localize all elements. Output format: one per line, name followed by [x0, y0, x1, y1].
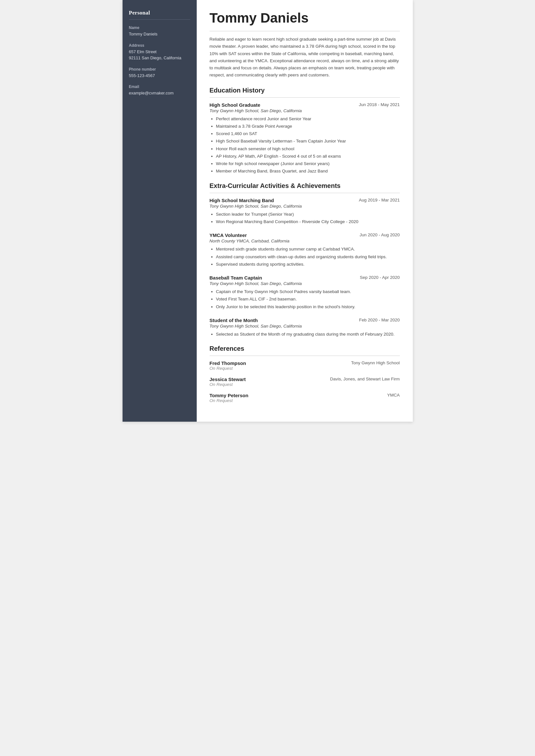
candidate-name: Tommy Daniels — [210, 10, 400, 26]
extracurricular-entry-2-bullets: Captain of the Tony Gwynn High School Pa… — [210, 288, 400, 310]
sidebar-title: Personal — [129, 10, 190, 16]
reference-1-org: Davis, Jones, and Stewart Law Firm — [330, 377, 400, 381]
sidebar-email-section: Email example@cvmaker.com — [129, 85, 190, 96]
resume-wrapper: Personal Name Tommy Daniels Address 657 … — [123, 0, 413, 422]
reference-2-name: Tommy Peterson — [210, 393, 249, 398]
reference-1-sub: On Request — [210, 382, 400, 387]
reference-0-header: Fred Thompson Tony Gwynn High School — [210, 361, 400, 366]
bullet-item: AP History, AP Math, AP English - Scored… — [216, 153, 400, 160]
bullet-item: Perfect attendance record Junior and Sen… — [216, 116, 400, 122]
extracurricular-entry-3-bullets: Selected as Student of the Month of my g… — [210, 331, 400, 338]
bullet-item: Section leader for Trumpet (Senior Year) — [216, 211, 400, 218]
extracurricular-entry-0-bullets: Section leader for Trumpet (Senior Year)… — [210, 211, 400, 226]
sidebar-address-line2: 92111 San Diego, California — [129, 55, 190, 61]
sidebar-phone-section: Phone number 555-123-4567 — [129, 67, 190, 79]
bullet-item: Assisted camp counselors with clean-up d… — [216, 254, 400, 260]
education-entry-0-header: High School Graduate Jun 2018 - May 2021 — [210, 102, 400, 108]
references-divider — [210, 356, 400, 356]
reference-2: Tommy Peterson YMCA On Request — [210, 393, 400, 403]
summary: Reliable and eager to learn recent high … — [210, 36, 400, 79]
sidebar-address-line1: 657 Elm Street — [129, 49, 190, 55]
extracurricular-entry-2: Baseball Team Captain Sep 2020 - Apr 202… — [210, 275, 400, 310]
education-divider — [210, 97, 400, 98]
extracurricular-entry-2-subtitle: Tony Gwynn High School, San Diego, Calif… — [210, 281, 400, 286]
extracurricular-entry-1-title: YMCA Volunteer — [210, 232, 247, 238]
bullet-item: Mentored sixth grade students during sum… — [216, 246, 400, 253]
extracurricular-entry-3-date: Feb 2020 - Mar 2020 — [359, 317, 400, 322]
extracurricular-entry-3-subtitle: Tony Gwynn High School, San Diego, Calif… — [210, 324, 400, 329]
reference-2-header: Tommy Peterson YMCA — [210, 393, 400, 398]
bullet-item: Member of Marching Band, Brass Quartet, … — [216, 168, 400, 175]
extracurricular-entry-1-subtitle: North County YMCA, Carlsbad, California — [210, 239, 400, 243]
main-content: Tommy Daniels Reliable and eager to lear… — [197, 0, 413, 422]
extracurricular-entry-0-subtitle: Tony Gwynn High School, San Diego, Calif… — [210, 204, 400, 208]
education-section: Education History High School Graduate J… — [210, 87, 400, 175]
reference-0-sub: On Request — [210, 366, 400, 371]
references-title: References — [210, 345, 400, 352]
sidebar-address-label: Address — [129, 43, 190, 48]
education-title: Education History — [210, 87, 400, 94]
bullet-item: Scored 1,460 on SAT — [216, 130, 400, 137]
bullet-item: Supervised students during sporting acti… — [216, 261, 400, 268]
sidebar-email-value: example@cvmaker.com — [129, 90, 190, 96]
sidebar: Personal Name Tommy Daniels Address 657 … — [123, 0, 197, 422]
sidebar-divider — [129, 19, 190, 20]
education-entry-0-title: High School Graduate — [210, 102, 261, 108]
extracurricular-entry-1: YMCA Volunteer Jun 2020 - Aug 2020 North… — [210, 232, 400, 268]
extracurricular-entry-3: Student of the Month Feb 2020 - Mar 2020… — [210, 317, 400, 338]
sidebar-email-label: Email — [129, 85, 190, 89]
education-entry-0-date: Jun 2018 - May 2021 — [359, 102, 400, 107]
sidebar-address-section: Address 657 Elm Street 92111 San Diego, … — [129, 43, 190, 61]
reference-2-sub: On Request — [210, 398, 400, 403]
sidebar-name-label: Name — [129, 25, 190, 30]
education-entry-0-bullets: Perfect attendance record Junior and Sen… — [210, 116, 400, 175]
sidebar-phone-value: 555-123-4567 — [129, 72, 190, 79]
extracurricular-entry-0-title: High School Marching Band — [210, 198, 274, 203]
reference-1-header: Jessica Stewart Davis, Jones, and Stewar… — [210, 377, 400, 382]
extracurricular-entry-3-header: Student of the Month Feb 2020 - Mar 2020 — [210, 317, 400, 323]
extracurricular-entry-2-title: Baseball Team Captain — [210, 275, 262, 281]
bullet-item: Only Junior to be selected this leadersh… — [216, 303, 400, 310]
bullet-item: High School Baseball Varsity Letterman -… — [216, 138, 400, 145]
extracurricular-entry-0-date: Aug 2019 - Mar 2021 — [359, 198, 400, 202]
extracurricular-title: Extra-Curricular Activities & Achievemen… — [210, 182, 400, 190]
bullet-item: Maintained a 3.78 Grade Point Average — [216, 123, 400, 130]
bullet-item: Won Regional Marching Band Competition -… — [216, 218, 400, 225]
bullet-item: Honor Roll each semester of high school — [216, 146, 400, 152]
name-divider — [210, 31, 400, 31]
extracurricular-entry-0: High School Marching Band Aug 2019 - Mar… — [210, 198, 400, 226]
bullet-item: Captain of the Tony Gwynn High School Pa… — [216, 288, 400, 295]
sidebar-phone-label: Phone number — [129, 67, 190, 71]
extracurricular-entry-3-title: Student of the Month — [210, 317, 258, 323]
reference-0-org: Tony Gwynn High School — [351, 361, 400, 365]
bullet-item: Voted First Team ALL CIF - 2nd baseman. — [216, 296, 400, 303]
education-entry-0-subtitle: Tony Gwynn High School, San Diego, Calif… — [210, 108, 400, 113]
education-entry-0: High School Graduate Jun 2018 - May 2021… — [210, 102, 400, 175]
bullet-item: Selected as Student of the Month of my g… — [216, 331, 400, 338]
sidebar-name-section: Name Tommy Daniels — [129, 25, 190, 38]
references-section: References Fred Thompson Tony Gwynn High… — [210, 345, 400, 403]
reference-1-name: Jessica Stewart — [210, 377, 246, 382]
extracurricular-entry-2-header: Baseball Team Captain Sep 2020 - Apr 202… — [210, 275, 400, 281]
extracurricular-section: Extra-Curricular Activities & Achievemen… — [210, 182, 400, 338]
sidebar-name-value: Tommy Daniels — [129, 31, 190, 38]
reference-2-org: YMCA — [387, 393, 400, 397]
reference-0: Fred Thompson Tony Gwynn High School On … — [210, 361, 400, 371]
extracurricular-entry-1-header: YMCA Volunteer Jun 2020 - Aug 2020 — [210, 232, 400, 238]
bullet-item: Wrote for high school newspaper (Junior … — [216, 160, 400, 167]
extracurricular-entry-1-bullets: Mentored sixth grade students during sum… — [210, 246, 400, 268]
extracurricular-entry-2-date: Sep 2020 - Apr 2020 — [360, 275, 400, 280]
extracurricular-entry-0-header: High School Marching Band Aug 2019 - Mar… — [210, 198, 400, 203]
reference-1: Jessica Stewart Davis, Jones, and Stewar… — [210, 377, 400, 387]
reference-0-name: Fred Thompson — [210, 361, 246, 366]
extracurricular-entry-1-date: Jun 2020 - Aug 2020 — [359, 232, 400, 237]
